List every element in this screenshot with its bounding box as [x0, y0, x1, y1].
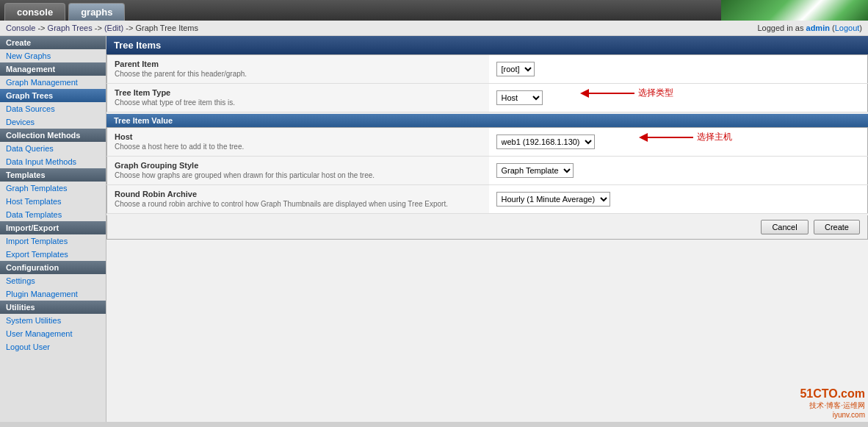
- round-robin-select[interactable]: Hourly (1 Minute Average) Daily (5 Minut…: [496, 192, 610, 207]
- form-table-value: Host Choose a host here to add it to the…: [106, 127, 868, 214]
- table-row: Graph Grouping Style Choose how graphs a…: [107, 157, 868, 185]
- sidebar-item-devices[interactable]: Devices: [0, 115, 106, 129]
- logged-in-area: Logged in as admin (Logout): [757, 24, 862, 32]
- sidebar-item-export-templates[interactable]: Export Templates: [0, 248, 106, 261]
- tab-console[interactable]: console: [4, 3, 65, 21]
- tree-item-type-desc: Choose what type of tree item this is.: [115, 98, 235, 107]
- graph-grouping-label: Graph Grouping Style: [115, 161, 482, 170]
- sidebar-section-header: Configuration: [0, 261, 106, 274]
- sidebar-section-header: Utilities: [0, 301, 106, 314]
- create-button[interactable]: Create: [814, 220, 860, 234]
- sidebar-item-data-queries[interactable]: Data Queries: [0, 142, 106, 155]
- sidebar-item-plugin-management[interactable]: Plugin Management: [0, 287, 106, 301]
- breadcrumb-graph-trees[interactable]: Graph Trees: [48, 24, 93, 32]
- sidebar-item-host-templates[interactable]: Host Templates: [0, 195, 106, 208]
- table-row: Tree Item Type Choose what type of tree …: [107, 84, 868, 112]
- round-robin-label: Round Robin Archive: [115, 190, 482, 198]
- breadcrumb: Console -> Graph Trees -> (Edit) -> Grap…: [6, 24, 198, 32]
- breadcrumb-bar: Console -> Graph Trees -> (Edit) -> Grap…: [0, 21, 868, 36]
- sidebar-item-data-sources[interactable]: Data Sources: [0, 102, 106, 115]
- sidebar-item-user-management[interactable]: User Management: [0, 327, 106, 340]
- sidebar: CreateNew GraphsManagementGraph Manageme…: [0, 36, 106, 422]
- sidebar-item-graph-management[interactable]: Graph Management: [0, 76, 106, 89]
- content-area: Tree Items Parent Item Choose the parent…: [106, 36, 868, 422]
- sidebar-item-settings[interactable]: Settings: [0, 274, 106, 287]
- breadcrumb-console[interactable]: Console: [6, 24, 35, 32]
- tab-graphs[interactable]: graphs: [68, 3, 125, 21]
- section-title: Tree Items: [106, 36, 868, 54]
- sidebar-item-data-input-methods[interactable]: Data Input Methods: [0, 155, 106, 168]
- host-select[interactable]: web1 (192.168.1.130): [496, 134, 595, 149]
- graph-grouping-select[interactable]: Graph Template Graph Type: [496, 163, 574, 178]
- sidebar-item-logout-user[interactable]: Logout User: [0, 340, 106, 354]
- arrow-icon: [577, 85, 636, 101]
- arrow-icon-host: [636, 129, 695, 146]
- table-row: Host Choose a host here to add it to the…: [107, 128, 868, 157]
- breadcrumb-current: Graph Tree Items: [135, 24, 198, 32]
- parent-item-desc: Choose the parent for this header/graph.: [115, 70, 247, 78]
- annotation-type: 选择类型: [577, 85, 673, 101]
- host-desc: Choose a host here to add it to the tree…: [115, 143, 244, 151]
- tree-item-type-select[interactable]: Host Graph Header: [496, 90, 543, 105]
- top-navigation-bar: console graphs: [0, 0, 868, 21]
- tree-item-type-label: Tree Item Type: [115, 88, 482, 97]
- sidebar-item-graph-templates[interactable]: Graph Templates: [0, 182, 106, 195]
- sidebar-section-header: Import/Export: [0, 221, 106, 234]
- host-label: Host: [115, 132, 482, 141]
- graph-grouping-desc: Choose how graphs are grouped when drawn…: [115, 171, 375, 179]
- sidebar-item-system-utilities[interactable]: System Utilities: [0, 314, 106, 327]
- table-row: Parent Item Choose the parent for this h…: [107, 55, 868, 84]
- subheader-tree-item-value: Tree Item Value: [106, 114, 868, 127]
- sidebar-section-header: Templates: [0, 168, 106, 182]
- main-layout: CreateNew GraphsManagementGraph Manageme…: [0, 36, 868, 422]
- annotation-host: 选择主机: [636, 129, 732, 146]
- round-robin-desc: Choose a round robin archive to control …: [115, 200, 448, 208]
- table-row: Round Robin Archive Choose a round robin…: [107, 185, 868, 214]
- logout-link[interactable]: Logout: [835, 24, 860, 32]
- logo-area: [721, 0, 868, 21]
- sidebar-section-header: Management: [0, 62, 106, 76]
- sidebar-item-new-graphs[interactable]: New Graphs: [0, 49, 106, 62]
- sidebar-item-graph-trees[interactable]: Graph Trees: [0, 89, 106, 102]
- cancel-button[interactable]: Cancel: [761, 220, 808, 234]
- buttons-area: Cancel Create: [106, 215, 868, 240]
- form-table-main: Parent Item Choose the parent for this h…: [106, 54, 868, 112]
- parent-item-select[interactable]: [root]: [496, 62, 535, 76]
- sidebar-item-data-templates[interactable]: Data Templates: [0, 208, 106, 221]
- sidebar-section-header: Collection Methods: [0, 129, 106, 142]
- sidebar-section-header: Create: [0, 36, 106, 49]
- logged-in-user[interactable]: admin: [806, 24, 830, 32]
- sidebar-item-import-templates[interactable]: Import Templates: [0, 234, 106, 248]
- breadcrumb-edit[interactable]: (Edit): [104, 24, 123, 32]
- parent-item-label: Parent Item: [115, 60, 482, 68]
